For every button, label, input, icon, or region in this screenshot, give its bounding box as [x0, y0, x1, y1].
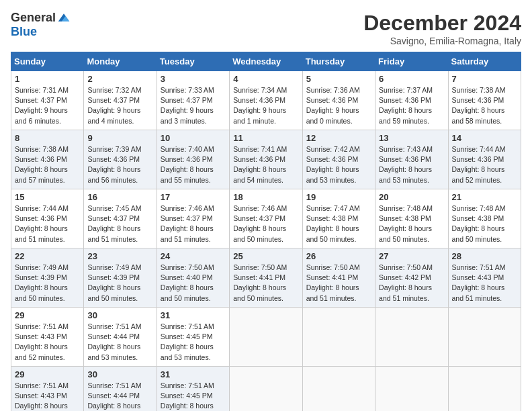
day-info: Sunrise: 7:43 AMSunset: 4:36 PMDaylight:… — [379, 144, 444, 185]
calendar-week-row: 29 Sunrise: 7:51 AMSunset: 4:43 PMDaylig… — [11, 367, 521, 412]
day-number: 20 — [379, 192, 444, 202]
calendar-header-friday: Friday — [375, 52, 448, 71]
day-info: Sunrise: 7:31 AMSunset: 4:37 PMDaylight:… — [15, 85, 80, 126]
day-info: Sunrise: 7:47 AMSunset: 4:38 PMDaylight:… — [306, 203, 371, 244]
day-number: 11 — [233, 133, 298, 143]
day-info: Sunrise: 7:34 AMSunset: 4:36 PMDaylight:… — [233, 85, 298, 126]
title-section: December 2024 Savigno, Emilia-Romagna, I… — [363, 11, 521, 46]
day-number: 15 — [15, 192, 80, 202]
day-number: 8 — [15, 133, 80, 143]
calendar-week-row: 15 Sunrise: 7:44 AMSunset: 4:36 PMDaylig… — [11, 189, 521, 248]
day-number: 31 — [161, 310, 226, 320]
calendar-cell — [448, 367, 521, 412]
day-number: 23 — [87, 251, 152, 261]
day-info: Sunrise: 7:50 AMSunset: 4:41 PMDaylight:… — [306, 263, 371, 304]
calendar-cell: 1 Sunrise: 7:31 AMSunset: 4:37 PMDayligh… — [11, 71, 84, 130]
calendar-cell: 6 Sunrise: 7:37 AMSunset: 4:36 PMDayligh… — [375, 71, 448, 130]
calendar-cell — [448, 308, 521, 367]
calendar-cell: 24 Sunrise: 7:50 AMSunset: 4:40 PMDaylig… — [157, 248, 229, 308]
day-number: 9 — [87, 133, 152, 143]
calendar-header-tuesday: Tuesday — [157, 52, 229, 71]
logo: General Blue — [11, 11, 71, 39]
day-number: 13 — [379, 133, 444, 143]
day-number: 26 — [306, 251, 371, 261]
calendar-week-row: 1 Sunrise: 7:31 AMSunset: 4:37 PMDayligh… — [11, 71, 521, 130]
day-info: Sunrise: 7:32 AMSunset: 4:37 PMDaylight:… — [87, 85, 152, 126]
calendar-cell: 20 Sunrise: 7:48 AMSunset: 4:38 PMDaylig… — [375, 189, 448, 248]
calendar-cell: 15 Sunrise: 7:44 AMSunset: 4:36 PMDaylig… — [11, 189, 84, 248]
day-info: Sunrise: 7:50 AMSunset: 4:42 PMDaylight:… — [379, 263, 444, 304]
day-info: Sunrise: 7:51 AMSunset: 4:45 PMDaylight:… — [161, 381, 226, 411]
day-info: Sunrise: 7:44 AMSunset: 4:36 PMDaylight:… — [15, 203, 80, 244]
calendar-cell: 31 Sunrise: 7:51 AMSunset: 4:45 PMDaylig… — [157, 367, 229, 412]
day-info: Sunrise: 7:51 AMSunset: 4:44 PMDaylight:… — [87, 322, 152, 363]
calendar-cell: 29 Sunrise: 7:51 AMSunset: 4:43 PMDaylig… — [11, 367, 84, 412]
calendar-header-thursday: Thursday — [302, 52, 375, 71]
day-info: Sunrise: 7:48 AMSunset: 4:38 PMDaylight:… — [379, 203, 444, 244]
day-number: 16 — [87, 192, 152, 202]
day-info: Sunrise: 7:48 AMSunset: 4:38 PMDaylight:… — [452, 203, 517, 244]
day-info: Sunrise: 7:37 AMSunset: 4:36 PMDaylight:… — [379, 85, 444, 126]
calendar-week-row: 8 Sunrise: 7:38 AMSunset: 4:36 PMDayligh… — [11, 130, 521, 189]
calendar-cell: 27 Sunrise: 7:50 AMSunset: 4:42 PMDaylig… — [375, 248, 448, 308]
day-number: 24 — [161, 251, 226, 261]
day-info: Sunrise: 7:49 AMSunset: 4:39 PMDaylight:… — [87, 263, 152, 304]
day-number: 7 — [452, 74, 517, 84]
calendar-cell: 19 Sunrise: 7:47 AMSunset: 4:38 PMDaylig… — [302, 189, 375, 248]
day-info: Sunrise: 7:51 AMSunset: 4:43 PMDaylight:… — [15, 322, 80, 363]
day-info: Sunrise: 7:51 AMSunset: 4:43 PMDaylight:… — [452, 263, 517, 304]
calendar-cell: 28 Sunrise: 7:51 AMSunset: 4:43 PMDaylig… — [448, 248, 521, 308]
day-info: Sunrise: 7:49 AMSunset: 4:39 PMDaylight:… — [15, 263, 80, 304]
location-text: Savigno, Emilia-Romagna, Italy — [363, 36, 521, 46]
calendar-cell: 18 Sunrise: 7:46 AMSunset: 4:37 PMDaylig… — [230, 189, 302, 248]
calendar-cell: 16 Sunrise: 7:45 AMSunset: 4:37 PMDaylig… — [84, 189, 157, 248]
day-info: Sunrise: 7:46 AMSunset: 4:37 PMDaylight:… — [233, 203, 298, 244]
day-number: 21 — [452, 192, 517, 202]
calendar-cell: 8 Sunrise: 7:38 AMSunset: 4:36 PMDayligh… — [11, 130, 84, 189]
day-number: 17 — [161, 192, 226, 202]
calendar-cell: 23 Sunrise: 7:49 AMSunset: 4:39 PMDaylig… — [84, 248, 157, 308]
calendar-cell: 5 Sunrise: 7:36 AMSunset: 4:36 PMDayligh… — [302, 71, 375, 130]
calendar-cell: 26 Sunrise: 7:50 AMSunset: 4:41 PMDaylig… — [302, 248, 375, 308]
day-number: 6 — [379, 74, 444, 84]
day-info: Sunrise: 7:45 AMSunset: 4:37 PMDaylight:… — [87, 203, 152, 244]
day-info: Sunrise: 7:46 AMSunset: 4:37 PMDaylight:… — [161, 203, 226, 244]
day-number: 30 — [87, 369, 152, 379]
logo-blue-text: Blue — [11, 25, 37, 39]
calendar-cell: 30 Sunrise: 7:51 AMSunset: 4:44 PMDaylig… — [84, 367, 157, 412]
day-info: Sunrise: 7:42 AMSunset: 4:36 PMDaylight:… — [306, 144, 371, 185]
day-number: 1 — [15, 74, 80, 84]
day-info: Sunrise: 7:38 AMSunset: 4:36 PMDaylight:… — [452, 85, 517, 126]
calendar-cell: 21 Sunrise: 7:48 AMSunset: 4:38 PMDaylig… — [448, 189, 521, 248]
day-number: 25 — [233, 251, 298, 261]
day-info: Sunrise: 7:51 AMSunset: 4:43 PMDaylight:… — [15, 381, 80, 411]
day-number: 5 — [306, 74, 371, 84]
day-info: Sunrise: 7:36 AMSunset: 4:36 PMDaylight:… — [306, 85, 371, 126]
calendar-cell: 17 Sunrise: 7:46 AMSunset: 4:37 PMDaylig… — [157, 189, 229, 248]
day-info: Sunrise: 7:39 AMSunset: 4:36 PMDaylight:… — [87, 144, 152, 185]
day-number: 18 — [233, 192, 298, 202]
day-info: Sunrise: 7:51 AMSunset: 4:44 PMDaylight:… — [87, 381, 152, 411]
calendar-cell: 10 Sunrise: 7:40 AMSunset: 4:36 PMDaylig… — [157, 130, 229, 189]
day-number: 19 — [306, 192, 371, 202]
day-info: Sunrise: 7:33 AMSunset: 4:37 PMDaylight:… — [161, 85, 226, 126]
calendar-cell: 13 Sunrise: 7:43 AMSunset: 4:36 PMDaylig… — [375, 130, 448, 189]
day-number: 27 — [379, 251, 444, 261]
calendar-cell: 9 Sunrise: 7:39 AMSunset: 4:36 PMDayligh… — [84, 130, 157, 189]
calendar-week-row: 29 Sunrise: 7:51 AMSunset: 4:43 PMDaylig… — [11, 308, 521, 367]
day-info: Sunrise: 7:50 AMSunset: 4:40 PMDaylight:… — [161, 263, 226, 304]
calendar-cell: 11 Sunrise: 7:41 AMSunset: 4:36 PMDaylig… — [230, 130, 302, 189]
day-info: Sunrise: 7:41 AMSunset: 4:36 PMDaylight:… — [233, 144, 298, 185]
day-number: 29 — [15, 310, 80, 320]
calendar-cell: 25 Sunrise: 7:50 AMSunset: 4:41 PMDaylig… — [230, 248, 302, 308]
day-info: Sunrise: 7:44 AMSunset: 4:36 PMDaylight:… — [452, 144, 517, 185]
day-number: 3 — [161, 74, 226, 84]
day-number: 31 — [161, 369, 226, 379]
day-number: 30 — [87, 310, 152, 320]
calendar-header-sunday: Sunday — [11, 52, 84, 71]
calendar-cell: 30 Sunrise: 7:51 AMSunset: 4:44 PMDaylig… — [84, 308, 157, 367]
calendar-cell: 7 Sunrise: 7:38 AMSunset: 4:36 PMDayligh… — [448, 71, 521, 130]
calendar-cell: 4 Sunrise: 7:34 AMSunset: 4:36 PMDayligh… — [230, 71, 302, 130]
day-info: Sunrise: 7:40 AMSunset: 4:36 PMDaylight:… — [161, 144, 226, 185]
calendar-week-row: 22 Sunrise: 7:49 AMSunset: 4:39 PMDaylig… — [11, 248, 521, 308]
